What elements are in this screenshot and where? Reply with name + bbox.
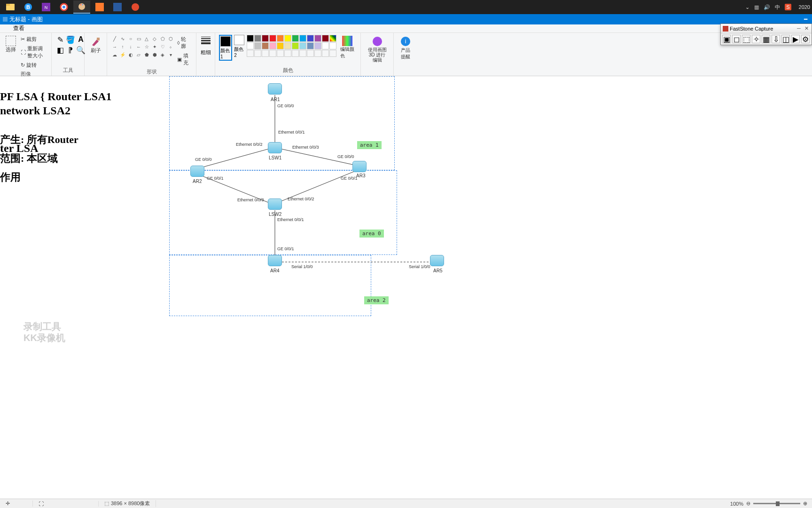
svg-rect-10 [80, 4, 81, 5]
fsc-capture-rect[interactable]: ⬚ [742, 35, 750, 43]
taskbar-file-explorer[interactable] [2, 0, 19, 14]
taskbar-app-red[interactable] [127, 0, 144, 14]
zoom-out-button[interactable]: ⊖ [746, 500, 750, 507]
faststone-window[interactable]: FastStone Capture ─ ✕ ▣ ◻ ⬚ ✧ ▦ ⇩ ◫ ▶ ⚙ [720, 24, 812, 45]
taskbar-onenote[interactable]: N [38, 0, 55, 14]
recorder-watermark: 录制工具 KK录像机 [23, 321, 65, 343]
color1-button[interactable]: 颜色 1 [219, 35, 232, 61]
menu-view[interactable]: 查看 [9, 24, 28, 33]
svg-point-8 [62, 6, 65, 8]
zoom-level: 100% [730, 501, 743, 507]
fsc-capture-scroll[interactable]: ⇩ [772, 35, 780, 43]
pencil-tool[interactable]: ✎ [55, 35, 65, 44]
group-image: 图像 [4, 71, 47, 78]
fsc-close-button[interactable]: ✕ [803, 25, 810, 32]
fsc-capture-window[interactable]: ◻ [732, 35, 741, 43]
svg-rect-1 [6, 4, 10, 6]
svg-rect-28 [723, 26, 728, 32]
svg-rect-16 [97, 38, 100, 40]
group-colors: 颜色 [219, 67, 357, 74]
svg-point-18 [373, 37, 382, 46]
tray-network-icon[interactable]: ▥ [754, 4, 759, 10]
handwriting-1: PF LSA { Router LSA1 [0, 90, 111, 103]
svg-rect-12 [95, 3, 104, 11]
node-ar2 [190, 166, 204, 177]
taskbar-chrome[interactable] [55, 0, 72, 14]
tray-ime-brand[interactable]: S [785, 4, 791, 10]
node-ar5 [430, 255, 444, 266]
edit-colors-button[interactable]: 编辑颜色 [338, 35, 357, 60]
resize-button[interactable]: ⛶重新调整大小 [20, 44, 47, 60]
taskbar-app-orange[interactable] [91, 0, 108, 14]
svg-rect-13 [113, 3, 122, 11]
fsc-capture-fixed[interactable]: ◫ [781, 35, 790, 43]
handwriting-6: 作用 [0, 170, 21, 184]
faststone-icon [723, 26, 728, 32]
thickness-button[interactable] [201, 37, 211, 44]
faststone-title: FastStone Capture [730, 26, 773, 32]
fsc-capture-active[interactable]: ▣ [722, 35, 731, 43]
eyedropper-tool[interactable]: ⁋ [66, 45, 75, 55]
zoom-slider[interactable] [753, 503, 800, 504]
fsc-video[interactable]: ▶ [791, 35, 800, 43]
svg-rect-17 [342, 36, 352, 46]
node-ar1 [268, 83, 282, 95]
taskbar-app-b[interactable]: B [20, 0, 37, 14]
statusbar: ✛ ⛶ ⬚ 3896 × 8980像素 100% ⊖ ⊕ [0, 499, 812, 508]
window-titlebar: 无标题 - 画图 ━ [0, 14, 812, 24]
fsc-capture-full[interactable]: ▦ [762, 35, 770, 43]
svg-text:i: i [405, 38, 406, 45]
zoom-in-button[interactable]: ⊕ [803, 500, 807, 507]
svg-point-14 [132, 3, 139, 11]
taskbar-app-blue[interactable] [109, 0, 126, 14]
svg-rect-15 [3, 17, 8, 22]
node-ar4 [268, 255, 282, 266]
ribbon: 选择 ✂裁剪 ⛶重新调整大小 ↻旋转 图像 ✎ 🪣 A ◧ ⁋ 🔍 工具 [0, 33, 812, 76]
taskbar: B N ⌄ ▥ 🔊 中 S 2020 [0, 0, 812, 14]
eraser-tool[interactable]: ◧ [55, 45, 65, 55]
shape-fill[interactable]: ▣填充 [176, 51, 192, 67]
status-selection: ⛶ [33, 501, 99, 507]
handwriting-4: 产生: 所有Router [0, 133, 78, 147]
minimize-button[interactable]: ━ [804, 16, 807, 23]
svg-text:N: N [45, 5, 48, 10]
text-tool[interactable]: A [76, 35, 86, 44]
tray-ime-lang[interactable]: 中 [775, 4, 780, 11]
select-tool[interactable]: 选择 [4, 35, 18, 54]
group-tools: 工具 [55, 67, 80, 74]
fsc-settings[interactable]: ⚙ [801, 35, 810, 43]
shape-outline[interactable]: ◊轮廓 [176, 35, 192, 51]
tray-volume-icon[interactable]: 🔊 [764, 4, 770, 10]
status-dimensions: ⬚ 3896 × 8980像素 [99, 500, 156, 507]
handwriting-2: network LSA2 [0, 104, 70, 117]
titlebar-menu-icon[interactable] [3, 17, 8, 22]
fsc-min-button[interactable]: ─ [796, 25, 802, 32]
tray-collapse-icon[interactable]: ⌄ [745, 4, 750, 10]
fsc-capture-freehand[interactable]: ✧ [752, 35, 760, 43]
node-ar3 [352, 161, 367, 172]
color-palette[interactable] [247, 35, 336, 57]
svg-rect-11 [82, 4, 83, 5]
menu-bar: 查看 [0, 24, 812, 33]
crop-button[interactable]: ✂裁剪 [20, 35, 47, 44]
handwriting-5: 范围: 本区域 [0, 151, 58, 166]
magnify-tool[interactable]: 🔍 [76, 45, 86, 55]
fill-tool[interactable]: 🪣 [66, 35, 75, 44]
paint3d-button[interactable]: 使用画图 3D 进行编辑 [365, 35, 390, 64]
brush-tool[interactable]: 刷子 [88, 35, 103, 55]
rotate-button[interactable]: ↻旋转 [20, 61, 47, 70]
shape-gallery[interactable]: ╱∿○▭△◇⬠⬡ →↑↓←☆✦♡⬨ ☁⚡◐▱⬟⬢◈▾ [111, 35, 174, 58]
node-lsw1 [268, 142, 282, 153]
product-alert-button[interactable]: i 产品提醒 [398, 35, 414, 61]
tray-clock[interactable]: 2020 [799, 4, 810, 10]
network-diagram: area 1 area 0 area 2 AR1 LSW1 AR2 AR3 LS… [169, 76, 498, 405]
svg-text:B: B [26, 4, 30, 10]
canvas[interactable]: PF LSA { Router LSA1 network LSA2 ter LS… [0, 76, 812, 499]
group-shapes: 形状 [111, 68, 192, 75]
node-lsw2 [268, 198, 282, 210]
status-cursor-pos: ✛ [0, 500, 33, 507]
taskbar-paint[interactable] [73, 0, 90, 14]
window-title: 无标题 - 画图 [9, 16, 43, 24]
svg-point-9 [78, 3, 85, 10]
color2-button[interactable]: 颜色 2 [234, 35, 244, 58]
